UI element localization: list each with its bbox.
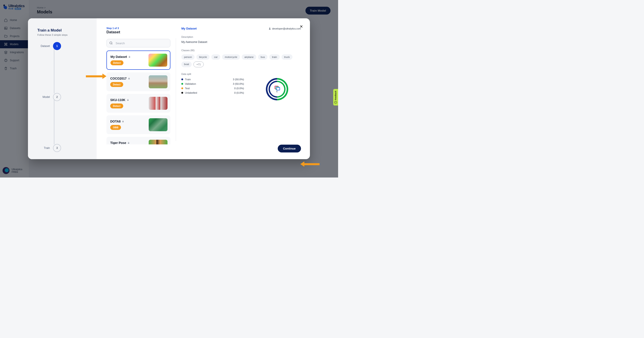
- dataset-name: Tiger Pose: [110, 141, 126, 144]
- split-row-train: Train3 (50.0%): [181, 78, 244, 81]
- dataset-card-my-dataset[interactable]: My Dataset Detect: [106, 50, 170, 70]
- dataset-thumbnail: [148, 54, 167, 66]
- svg-point-6: [269, 28, 270, 28]
- total-count: 6: [276, 90, 278, 93]
- split-name: Validation: [185, 82, 196, 85]
- step-label: Model: [37, 96, 50, 98]
- step-label: Train: [37, 146, 50, 150]
- search-field: [106, 39, 170, 48]
- class-chip: boat: [181, 62, 192, 67]
- search-input[interactable]: [106, 39, 170, 48]
- dataset-list-column: Step 1 of 3 Dataset My Dataset Detect CO…: [106, 27, 170, 152]
- dataset-thumbnail: [149, 140, 168, 144]
- wizard-steps-pane: Train a Model Follow these 3 simple step…: [28, 18, 96, 159]
- step-label: Dataset: [37, 44, 50, 48]
- dataset-thumbnail: [149, 75, 168, 88]
- modal-content: ✕ Step 1 of 3 Dataset My Dataset Detect: [96, 18, 310, 159]
- split-label: Data split: [181, 73, 301, 75]
- split-value: 3 (50.0%): [233, 82, 244, 85]
- dataset-thumbnail: [149, 97, 168, 110]
- dataset-name: My Dataset: [110, 55, 127, 58]
- dataset-tag: OBB: [110, 125, 121, 130]
- lock-icon: [122, 120, 124, 122]
- dataset-tag: Detect: [110, 82, 123, 87]
- step-heading: Dataset: [106, 30, 170, 34]
- description-text: My Awesome Dataset: [181, 40, 301, 44]
- dataset-detail-column: My Dataset developer@ultralytics.com Des…: [181, 27, 301, 152]
- wizard-title: Train a Model: [37, 28, 90, 33]
- dataset-owner: developer@ultralytics.com: [268, 27, 301, 30]
- split-row-test: Test0 (0.0%): [181, 87, 244, 90]
- wizard-step-model[interactable]: Model 2: [37, 93, 90, 101]
- class-chip: person: [181, 54, 194, 60]
- wizard-step-dataset[interactable]: Dataset 1: [37, 42, 90, 50]
- dataset-name: COCO2017: [110, 77, 126, 80]
- dataset-name: DOTA8: [110, 120, 120, 123]
- split-value: 0 (0.0%): [234, 92, 244, 94]
- dataset-tag: Detect: [110, 60, 124, 65]
- class-chip-more[interactable]: +71: [194, 62, 204, 67]
- dataset-card-sku-110k[interactable]: SKU-110K Detect: [106, 94, 170, 113]
- split-name: Test: [185, 87, 190, 90]
- split-table: Train3 (50.0%) Validation3 (50.0%) Test0…: [181, 78, 244, 100]
- lock-icon: [127, 99, 129, 101]
- wizard-subtitle: Follow these 3 simple steps: [37, 34, 90, 36]
- dataset-name: SKU-110K: [110, 98, 126, 102]
- class-chip: airplane: [242, 54, 256, 60]
- lock-icon: [128, 77, 130, 80]
- wizard-step-train[interactable]: Train 3: [37, 144, 90, 152]
- dataset-card-tiger-pose[interactable]: Tiger Pose Pose: [106, 137, 170, 144]
- split-name: Unlabelled: [185, 92, 197, 94]
- class-chip: truck: [282, 54, 292, 60]
- detail-title: My Dataset: [181, 27, 197, 30]
- class-chips: person bicycle car motorcycle airplane b…: [181, 54, 301, 67]
- close-button[interactable]: ✕: [300, 24, 304, 29]
- owner-email: developer@ultralytics.com: [272, 27, 301, 30]
- search-icon: [109, 41, 113, 45]
- class-chip: train: [269, 54, 280, 60]
- lock-icon: [128, 56, 130, 58]
- split-row-validation: Validation3 (50.0%): [181, 82, 244, 85]
- class-chip: motorcycle: [222, 54, 240, 60]
- split-row-unlabelled: Unlabelled0 (0.0%): [181, 92, 244, 94]
- dataset-card-dota8[interactable]: DOTA8 OBB: [106, 115, 170, 134]
- svg-point-5: [110, 42, 112, 44]
- split-name: Train: [185, 78, 191, 81]
- images-icon: [274, 86, 280, 90]
- step-number: 2: [53, 93, 61, 101]
- continue-button[interactable]: Continue: [278, 145, 301, 152]
- split-value: 3 (50.0%): [233, 78, 244, 81]
- dataset-thumbnail: [149, 118, 168, 131]
- annotation-arrow-dataset: [86, 74, 106, 79]
- annotation-arrow-continue: [300, 162, 320, 167]
- divider: [176, 38, 176, 141]
- step-number: 3: [53, 144, 61, 152]
- step-indicator: Step 1 of 3: [106, 27, 170, 30]
- dataset-list: My Dataset Detect COCO2017 Detect SKU-11…: [106, 50, 170, 144]
- feedback-label: Feedback: [334, 91, 337, 100]
- train-modal: Train a Model Follow these 3 simple step…: [28, 18, 310, 159]
- class-chip: bicycle: [196, 54, 210, 60]
- dataset-card-coco2017[interactable]: COCO2017 Detect: [106, 72, 170, 91]
- dataset-tag: Detect: [110, 104, 123, 108]
- lock-icon: [128, 142, 130, 144]
- classes-label: Classes (80): [181, 49, 301, 52]
- feedback-icon: ☺: [334, 101, 337, 104]
- description-label: Description: [181, 36, 301, 38]
- split-value: 0 (0.0%): [234, 87, 244, 90]
- split-donut-chart: 6: [253, 78, 301, 100]
- class-chip: car: [211, 54, 220, 60]
- step-number: 1: [53, 42, 61, 50]
- feedback-tab[interactable]: Feedback ☺: [333, 89, 338, 106]
- class-chip: bus: [258, 54, 268, 60]
- user-icon: [268, 27, 271, 30]
